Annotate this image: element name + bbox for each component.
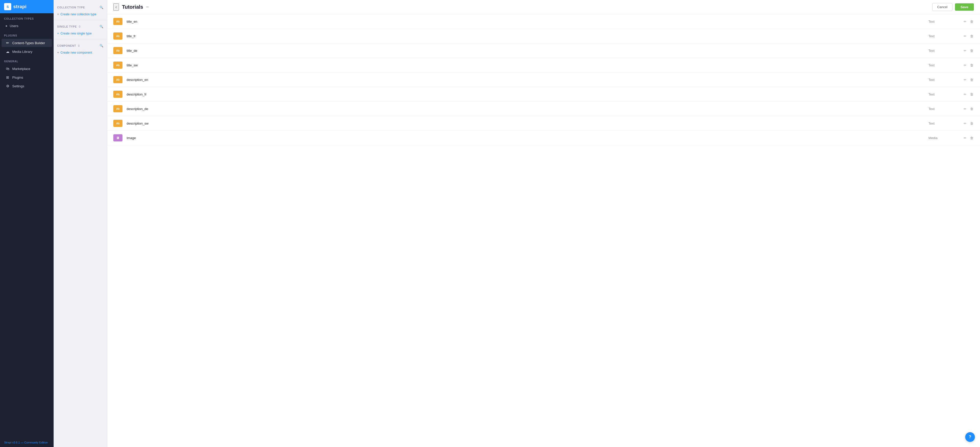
save-button[interactable]: Save	[955, 3, 974, 11]
edit-field-button[interactable]: ✏	[963, 135, 967, 140]
field-name: title_en	[127, 20, 924, 24]
table-row: Ab title_fr Text ✏ 🗑	[107, 29, 980, 43]
plugins-section-title: PLUGINS	[0, 30, 54, 38]
sidebar-item-users-label: Users	[10, 24, 18, 28]
sidebar-item-media-label: Media Library	[12, 50, 32, 54]
help-button[interactable]: ?	[965, 432, 975, 442]
field-actions: ✏ 🗑	[963, 19, 974, 24]
field-type-label: Text	[928, 121, 959, 125]
field-actions: ✏ 🗑	[963, 135, 974, 140]
field-type-badge: Ab	[113, 47, 123, 54]
table-row: Ab title_de Text ✏ 🗑	[107, 43, 980, 58]
single-type-panel-title: SINGLE TYPE	[57, 25, 77, 28]
strapi-logo-icon: S	[4, 3, 11, 10]
field-type-badge: Ab	[113, 76, 123, 83]
cancel-button[interactable]: Cancel	[932, 3, 952, 11]
sidebar-item-plugins-label: Plugins	[12, 76, 23, 80]
sidebar-footer: Strapi v3.6.1 — Community Edition	[0, 438, 54, 447]
table-row: Ab title_en Text ✏ 🗑	[107, 14, 980, 29]
collection-types-header: COLLECTION TYPE 🔍	[54, 4, 107, 11]
pencil-icon: ✏	[6, 41, 10, 45]
delete-field-button[interactable]: 🗑	[969, 107, 974, 111]
table-row: Ab description_sw Text ✏ 🗑	[107, 116, 980, 131]
create-component-btn[interactable]: + Create new component	[54, 49, 107, 56]
main-content: ‹ Tutorials ✏ Cancel Save Ab title_en Te…	[107, 0, 980, 447]
sidebar-item-media-library[interactable]: ☁ Media Library	[2, 48, 52, 56]
component-panel-section: COMPONENT 0 🔍 + Create new component	[54, 40, 107, 57]
back-button[interactable]: ‹	[113, 3, 119, 11]
sidebar-logo[interactable]: S strapi	[0, 0, 54, 13]
collection-types-section-title: COLLECTION TYPES	[0, 13, 54, 22]
gear-icon: ⚙	[6, 84, 10, 88]
sidebar-item-content-types-builder[interactable]: ✏ Content-Types Builder	[2, 39, 52, 47]
field-type-label: Text	[928, 49, 959, 52]
sidebar-item-users[interactable]: Users	[2, 22, 52, 30]
single-type-count: 0	[79, 25, 80, 28]
delete-field-button[interactable]: 🗑	[969, 121, 974, 126]
plus-icon-single: +	[57, 32, 59, 35]
field-name: description_sw	[127, 121, 924, 125]
field-actions: ✏ 🗑	[963, 121, 974, 126]
field-name: description_fr	[127, 92, 924, 96]
field-name: title_sw	[127, 63, 924, 67]
collection-types-title-row: COLLECTION TYPE	[57, 6, 87, 9]
edit-field-button[interactable]: ✏	[963, 48, 967, 53]
component-title-row: COMPONENT 0	[57, 45, 80, 47]
field-type-label: Text	[928, 34, 959, 38]
top-bar-left: ‹ Tutorials ✏	[113, 3, 149, 11]
edit-title-icon[interactable]: ✏	[146, 5, 149, 9]
component-search-icon[interactable]: 🔍	[100, 44, 103, 48]
edit-field-button[interactable]: ✏	[963, 121, 967, 126]
collection-types-panel-section: COLLECTION TYPE 🔍 + Create new collectio…	[54, 2, 107, 19]
delete-field-button[interactable]: 🗑	[969, 63, 974, 68]
create-collection-type-btn[interactable]: + Create new collection type	[54, 11, 107, 18]
create-single-type-btn[interactable]: + Create new single type	[54, 30, 107, 37]
grid-icon: ⊞	[6, 75, 10, 80]
edit-field-button[interactable]: ✏	[963, 92, 967, 97]
edit-field-button[interactable]: ✏	[963, 63, 967, 68]
general-section-title: GENERAL	[0, 56, 54, 64]
field-type-badge: Ab	[113, 91, 123, 98]
field-actions: ✏ 🗑	[963, 63, 974, 68]
field-type-label: Text	[928, 63, 959, 67]
single-type-panel-section: SINGLE TYPE 0 🔍 + Create new single type	[54, 21, 107, 38]
delete-field-button[interactable]: 🗑	[969, 92, 974, 97]
field-type-badge: Ab	[113, 18, 123, 25]
delete-field-button[interactable]: 🗑	[969, 77, 974, 82]
middle-panel: COLLECTION TYPE 🔍 + Create new collectio…	[54, 0, 107, 447]
table-row: Ab description_de Text ✏ 🗑	[107, 102, 980, 116]
strapi-logo-text: strapi	[13, 4, 27, 10]
field-actions: ✏ 🗑	[963, 77, 974, 82]
collection-types-panel-title: COLLECTION TYPE	[57, 6, 85, 9]
single-type-search-icon[interactable]: 🔍	[100, 25, 103, 28]
edit-field-button[interactable]: ✏	[963, 19, 967, 24]
create-collection-label: Create new collection type	[60, 13, 97, 16]
users-dot-icon	[6, 25, 7, 27]
sidebar-item-marketplace[interactable]: 🛍 Marketplace	[2, 65, 52, 73]
edit-field-button[interactable]: ✏	[963, 77, 967, 82]
create-component-label: Create new component	[60, 51, 92, 54]
delete-field-button[interactable]: 🗑	[969, 135, 974, 140]
delete-field-button[interactable]: 🗑	[969, 19, 974, 24]
delete-field-button[interactable]: 🗑	[969, 34, 974, 38]
cloud-icon: ☁	[6, 49, 10, 54]
component-header: COMPONENT 0 🔍	[54, 42, 107, 49]
field-name: description_en	[127, 78, 924, 82]
field-type-badge: 🖼	[113, 134, 123, 142]
field-type-badge: Ab	[113, 105, 123, 112]
delete-field-button[interactable]: 🗑	[969, 48, 974, 53]
edit-field-button[interactable]: ✏	[963, 34, 967, 38]
field-name: title_de	[127, 49, 924, 52]
sidebar-item-settings[interactable]: ⚙ Settings	[2, 82, 52, 90]
field-actions: ✏ 🗑	[963, 34, 974, 38]
field-actions: ✏ 🗑	[963, 48, 974, 53]
fields-table: Ab title_en Text ✏ 🗑 Ab title_fr Text ✏ …	[107, 14, 980, 447]
collection-types-search-icon[interactable]: 🔍	[100, 6, 103, 9]
field-actions: ✏ 🗑	[963, 92, 974, 97]
sidebar-item-plugins[interactable]: ⊞ Plugins	[2, 73, 52, 81]
sidebar-item-ctb-label: Content-Types Builder	[12, 41, 45, 45]
top-bar: ‹ Tutorials ✏ Cancel Save	[107, 0, 980, 14]
store-icon: 🛍	[6, 67, 10, 71]
table-row: Ab description_en Text ✏ 🗑	[107, 73, 980, 87]
edit-field-button[interactable]: ✏	[963, 107, 967, 111]
